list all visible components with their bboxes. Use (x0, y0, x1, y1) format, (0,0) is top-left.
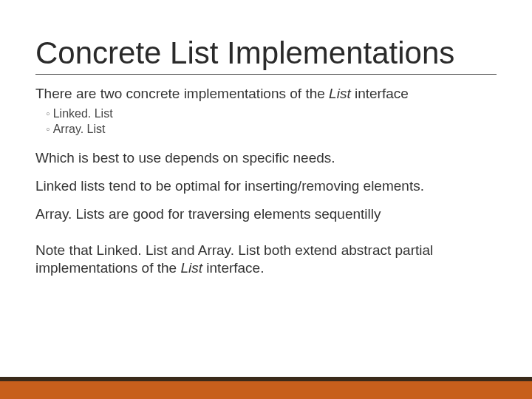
intro-italic: List (329, 86, 351, 101)
paragraph-3: Array. Lists are good for traversing ele… (35, 205, 497, 223)
spacer (35, 233, 497, 242)
list-item: ◦Linked. List (46, 106, 497, 122)
paragraph-1: Which is best to use depends on specific… (35, 149, 497, 167)
footer-accent (0, 374, 532, 399)
note-paragraph: Note that Linked. List and Array. List b… (35, 242, 497, 277)
slide-title: Concrete List Implementations (35, 37, 497, 75)
paragraph-2: Linked lists tend to be optimal for inse… (35, 177, 497, 195)
footer-orange-stripe (0, 381, 532, 399)
intro-text-1: There are two concrete implementations o… (35, 86, 329, 101)
note-text-2: interface. (202, 260, 264, 276)
bullet-icon: ◦ (46, 107, 50, 120)
slide: Concrete List Implementations There are … (0, 0, 532, 399)
sub-list: ◦Linked. List ◦Array. List (46, 106, 497, 137)
bullet-icon: ◦ (46, 123, 50, 135)
note-italic: List (180, 260, 202, 276)
intro-text-2: interface (351, 86, 409, 101)
list-item: ◦Array. List (46, 121, 497, 137)
list-item-label: Linked. List (53, 107, 113, 120)
intro-paragraph: There are two concrete implementations o… (35, 85, 497, 103)
list-item-label: Array. List (53, 123, 106, 135)
